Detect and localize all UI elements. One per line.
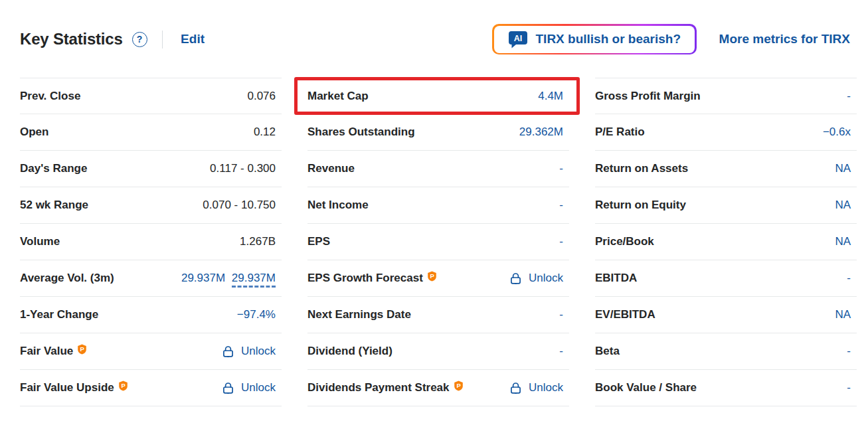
pro-badge-icon: P xyxy=(454,381,464,391)
stat-value-primary: 0.12 xyxy=(254,126,276,138)
more-metrics-link[interactable]: More metrics for TIRX xyxy=(719,24,850,54)
stat-row: Day's Range 0.117 - 0.300 xyxy=(20,151,282,187)
stat-label: Volume xyxy=(20,235,60,248)
stat-row: Net Income - xyxy=(307,187,569,224)
svg-text:P: P xyxy=(456,382,461,389)
stat-value-primary: −0.6x xyxy=(823,126,851,138)
stat-value-primary: NA xyxy=(835,235,851,248)
stat-value-primary: - xyxy=(559,162,563,175)
stat-row: Market Cap 4.4M xyxy=(307,78,569,114)
stat-value: - xyxy=(559,199,563,212)
unlock-button[interactable]: Unlock xyxy=(509,272,563,286)
stat-label-text: Next Earnings Date xyxy=(307,308,411,321)
stat-label: Net Income xyxy=(307,199,369,212)
stat-label-text: Price/Book xyxy=(595,235,654,248)
pro-badge-icon: P xyxy=(77,344,87,355)
lock-icon xyxy=(509,272,523,286)
stat-label: Average Vol. (3m) xyxy=(20,272,114,285)
stat-value-primary: 29.362M xyxy=(519,126,563,138)
stat-label: Fair Value Upside P xyxy=(20,381,128,394)
stat-row: 1-Year Change −97.4% xyxy=(20,297,282,333)
stat-value: 29.937M 29.937M xyxy=(181,272,276,285)
stat-label-text: Day's Range xyxy=(20,162,87,175)
stat-label: Next Earnings Date xyxy=(307,308,411,321)
stat-row: Dividend (Yield) - xyxy=(307,333,569,370)
stat-label-text: EBITDA xyxy=(595,272,637,285)
unlock-label: Unlock xyxy=(241,381,276,394)
stat-value-primary: −97.4% xyxy=(237,308,276,321)
stat-value: 0.070 - 10.750 xyxy=(203,199,276,212)
stat-row: 52 wk Range 0.070 - 10.750 xyxy=(20,187,282,224)
stat-value: - xyxy=(559,162,563,175)
svg-text:P: P xyxy=(121,382,126,389)
stat-value-secondary[interactable]: 29.937M xyxy=(232,272,276,288)
unlock-label: Unlock xyxy=(529,381,563,394)
stat-label: Dividend (Yield) xyxy=(307,345,392,358)
stat-label: Beta xyxy=(595,345,620,358)
stat-label: Return on Equity xyxy=(595,199,686,212)
stat-value: - xyxy=(847,272,851,285)
stat-value-primary: 0.117 - 0.300 xyxy=(210,162,276,175)
key-statistics-header: Key Statistics ? Edit AI TIRX bullish or… xyxy=(20,24,850,54)
stat-value-primary: NA xyxy=(835,308,851,321)
stat-label: Return on Assets xyxy=(595,162,688,175)
stat-label-text: 1-Year Change xyxy=(20,308,98,321)
svg-text:AI: AI xyxy=(513,34,522,43)
stat-label: EPS Growth Forecast P xyxy=(307,272,437,285)
stat-value-primary: - xyxy=(847,272,851,284)
svg-text:P: P xyxy=(80,345,85,353)
stat-row: Next Earnings Date - xyxy=(307,297,569,333)
stat-row: EV/EBITDA NA xyxy=(595,297,857,333)
unlock-label: Unlock xyxy=(529,272,563,285)
stat-label: Day's Range xyxy=(20,162,87,175)
stat-label-text: Shares Outstanding xyxy=(307,126,415,139)
stat-value: 0.076 xyxy=(247,90,276,103)
edit-button[interactable]: Edit xyxy=(181,32,205,46)
stat-value-primary: 29.937M xyxy=(181,272,225,284)
stat-value-primary: - xyxy=(559,235,563,248)
stat-label-text: Fair Value xyxy=(20,345,73,358)
stat-value-primary: - xyxy=(847,345,851,357)
stat-value-primary: - xyxy=(559,345,563,357)
stat-label: Prev. Close xyxy=(20,90,80,103)
stats-column: Prev. Close 0.076 Open 0.12 Day's Range … xyxy=(20,78,282,406)
ai-speech-bubble-icon: AI xyxy=(508,30,528,48)
stat-row: Return on Assets NA xyxy=(595,151,857,187)
stat-row: EPS Growth Forecast P Unlock xyxy=(307,260,569,297)
stat-label-text: 52 wk Range xyxy=(20,199,88,212)
stat-label-text: Dividends Payment Streak xyxy=(307,381,450,394)
stat-row: Volume 1.267B xyxy=(20,224,282,260)
lock-icon xyxy=(509,381,523,395)
ai-bullish-bearish-button[interactable]: AI TIRX bullish or bearish? xyxy=(494,26,695,53)
stat-label: 52 wk Range xyxy=(20,199,88,212)
stat-value: NA xyxy=(835,199,851,212)
unlock-label: Unlock xyxy=(241,345,276,358)
stat-label-text: Beta xyxy=(595,345,620,358)
stat-label-text: Fair Value Upside xyxy=(20,381,114,394)
stat-label-text: Volume xyxy=(20,235,60,248)
stat-label: EBITDA xyxy=(595,272,637,285)
stat-value: 29.362M xyxy=(519,126,563,139)
stat-row: Dividends Payment Streak P Unlock xyxy=(307,370,569,406)
stat-row: Price/Book NA xyxy=(595,224,857,260)
stat-label-text: Revenue xyxy=(307,162,355,175)
stat-value: - xyxy=(847,345,851,358)
lock-icon xyxy=(221,381,235,395)
unlock-button[interactable]: Unlock xyxy=(509,381,563,395)
stat-label: Price/Book xyxy=(595,235,654,248)
stat-value-primary: NA xyxy=(835,162,851,175)
help-icon[interactable]: ? xyxy=(132,32,147,47)
stat-value: NA xyxy=(835,162,851,175)
stat-label-text: Net Income xyxy=(307,199,369,212)
stat-label-text: Return on Equity xyxy=(595,199,686,212)
svg-text:P: P xyxy=(430,272,434,280)
unlock-button[interactable]: Unlock xyxy=(221,381,276,395)
stat-value: - xyxy=(847,381,851,394)
stat-value: - xyxy=(559,308,563,321)
stat-label: P/E Ratio xyxy=(595,126,645,139)
stat-value: - xyxy=(847,90,851,103)
stat-row: Open 0.12 xyxy=(20,114,282,151)
stat-row: Beta - xyxy=(595,333,857,370)
stat-label-text: Book Value / Share xyxy=(595,381,697,394)
unlock-button[interactable]: Unlock xyxy=(221,345,276,359)
